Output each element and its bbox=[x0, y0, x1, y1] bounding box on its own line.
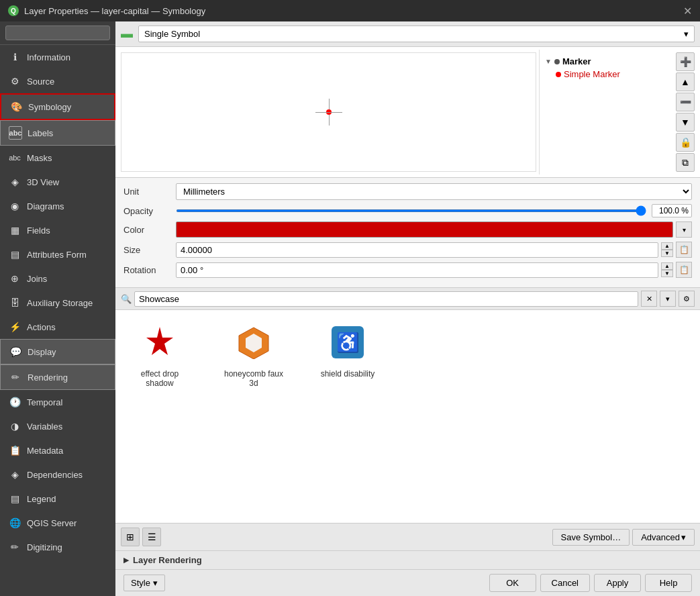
opacity-value-input[interactable]: 100.0 % bbox=[652, 204, 692, 217]
remove-layer-button[interactable]: ➖ bbox=[676, 93, 695, 111]
symbol-item-honeycomb[interactable]: honeycomb faux 3d bbox=[220, 321, 287, 388]
grid-view-button[interactable]: ⊞ bbox=[121, 528, 140, 546]
symbol-type-dropdown[interactable]: Single Symbol ▾ bbox=[138, 26, 695, 42]
sidebar-item-label: Legend bbox=[27, 494, 56, 504]
tree-item-simple-marker[interactable]: Simple Marker bbox=[545, 68, 668, 81]
cancel-button[interactable]: Cancel bbox=[540, 574, 590, 592]
list-view-button[interactable]: ☰ bbox=[142, 528, 161, 546]
size-up-button[interactable]: ▲ bbox=[661, 242, 673, 250]
title-bar: Q Layer Properties — layer-capital — Sym… bbox=[0, 0, 700, 21]
help-button[interactable]: Help bbox=[645, 574, 692, 592]
symbol-preview bbox=[121, 52, 536, 172]
rotation-up-button[interactable]: ▲ bbox=[661, 262, 673, 270]
sidebar-search-input[interactable] bbox=[5, 26, 110, 40]
symbol-item-effect-drop-shadow[interactable]: effect drop shadow bbox=[126, 321, 193, 388]
shield-icon: ♿ bbox=[332, 326, 364, 358]
footer: Style ▾ OK Cancel Apply Help bbox=[115, 569, 700, 596]
opacity-slider[interactable] bbox=[176, 209, 646, 212]
qgisserver-icon: 🌐 bbox=[8, 516, 21, 530]
sidebar-item-labels[interactable]: abc Labels bbox=[0, 120, 115, 146]
style-button[interactable]: Style ▾ bbox=[123, 575, 165, 591]
joins-icon: ⊕ bbox=[8, 272, 21, 285]
ok-button[interactable]: OK bbox=[489, 574, 536, 592]
sidebar-search-container bbox=[0, 21, 115, 45]
sidebar-item-symbology[interactable]: 🎨 Symbology bbox=[0, 93, 115, 120]
filter-clear-button[interactable]: ✕ bbox=[641, 291, 657, 307]
sidebar-item-fields[interactable]: ▦ Fields bbox=[0, 218, 115, 242]
color-button[interactable] bbox=[176, 221, 673, 238]
honeycomb-icon-container bbox=[232, 321, 275, 364]
filter-dropdown-button[interactable]: ▾ bbox=[660, 291, 676, 307]
duplicate-button[interactable]: ⧉ bbox=[676, 153, 695, 172]
masks-icon: abc bbox=[8, 151, 21, 164]
bottom-toolbar: ⊞ ☰ Save Symbol… Advanced ▾ bbox=[115, 523, 700, 550]
sidebar-item-rendering[interactable]: ✏ Rendering bbox=[0, 364, 115, 390]
filter-bar: 🔍 ✕ ▾ ⚙ bbox=[115, 288, 700, 310]
sidebar-item-legend[interactable]: ▤ Legend bbox=[0, 487, 115, 511]
sidebar-item-auxiliarystorage[interactable]: 🗄 Auxiliary Storage bbox=[0, 291, 115, 315]
style-label: Style bbox=[131, 578, 150, 588]
advanced-button[interactable]: Advanced ▾ bbox=[632, 529, 695, 546]
color-dropdown-button[interactable]: ▾ bbox=[676, 221, 692, 238]
symbol-type-indicator-icon: ▬ bbox=[121, 27, 133, 41]
filter-settings-button[interactable]: ⚙ bbox=[679, 291, 695, 307]
sidebar-item-display[interactable]: 💬 Display bbox=[0, 339, 115, 364]
sidebar-item-label: Source bbox=[27, 77, 54, 87]
sidebar-item-3dview[interactable]: ◈ 3D View bbox=[0, 170, 115, 194]
rotation-copy-button[interactable]: 📋 bbox=[676, 262, 692, 278]
sidebar-item-masks[interactable]: abc Masks bbox=[0, 146, 115, 170]
tree-simple-marker-label: Simple Marker bbox=[564, 69, 620, 79]
size-row: Size ▲ ▼ 📋 bbox=[123, 242, 692, 258]
sidebar-item-joins[interactable]: ⊕ Joins bbox=[0, 266, 115, 291]
sidebar-item-label: Digitizing bbox=[27, 542, 62, 552]
size-down-button[interactable]: ▼ bbox=[661, 250, 673, 257]
sidebar-item-metadata[interactable]: 📋 Metadata bbox=[0, 438, 115, 462]
add-layer-button[interactable]: ➕ bbox=[676, 52, 695, 71]
sidebar-item-dependencies[interactable]: ◈ Dependencies bbox=[0, 462, 115, 487]
app-icon: Q bbox=[8, 5, 19, 16]
size-input[interactable] bbox=[176, 242, 658, 258]
sidebar-item-variables[interactable]: ◑ Variables bbox=[0, 414, 115, 438]
size-copy-button[interactable]: 📋 bbox=[676, 242, 692, 258]
tree-expand-icon: ▼ bbox=[545, 58, 552, 65]
tree-marker-label: Marker bbox=[562, 56, 591, 66]
source-icon: ⚙ bbox=[8, 74, 21, 88]
sidebar-item-information[interactable]: ℹ Information bbox=[0, 45, 115, 69]
close-button[interactable]: ✕ bbox=[683, 5, 692, 17]
layer-rendering-expand-icon[interactable]: ▶ bbox=[123, 556, 129, 564]
starburst-icon bbox=[143, 326, 177, 359]
tree-item-marker[interactable]: ▼ Marker bbox=[545, 55, 668, 68]
svg-marker-0 bbox=[146, 327, 173, 355]
move-up-button[interactable]: ▲ bbox=[676, 72, 695, 91]
crosshair bbox=[315, 99, 342, 126]
sidebar-item-label: Metadata bbox=[27, 446, 63, 456]
actions-icon: ⚡ bbox=[8, 320, 21, 334]
sidebar-item-diagrams[interactable]: ◉ Diagrams bbox=[0, 194, 115, 218]
sidebar-item-label: Auxiliary Storage bbox=[27, 298, 93, 308]
sidebar-item-label: Diagrams bbox=[27, 201, 64, 211]
lock-button[interactable]: 🔒 bbox=[676, 133, 695, 152]
filter-input[interactable] bbox=[134, 291, 638, 307]
rotation-spinner: ▲ ▼ bbox=[661, 262, 673, 277]
move-down-button[interactable]: ▼ bbox=[676, 113, 695, 132]
sidebar-item-label: Display bbox=[28, 347, 56, 357]
sidebar-item-label: Masks bbox=[27, 153, 52, 163]
preview-dot bbox=[326, 109, 332, 115]
apply-button[interactable]: Apply bbox=[594, 574, 641, 592]
unit-select[interactable]: Millimeters bbox=[176, 183, 692, 200]
sidebar-item-label: Dependencies bbox=[27, 470, 83, 480]
rotation-input[interactable] bbox=[176, 262, 658, 278]
save-symbol-button[interactable]: Save Symbol… bbox=[552, 529, 630, 546]
symbol-item-shield-disability[interactable]: ♿ shield disability bbox=[314, 321, 381, 388]
sidebar-item-qgisserver[interactable]: 🌐 QGIS Server bbox=[0, 511, 115, 535]
rotation-down-button[interactable]: ▼ bbox=[661, 270, 673, 277]
sidebar-item-actions[interactable]: ⚡ Actions bbox=[0, 315, 115, 339]
sidebar-item-digitizing[interactable]: ✏ Digitizing bbox=[0, 535, 115, 559]
opacity-row: Opacity 100.0 % bbox=[123, 204, 692, 217]
sidebar-item-temporal[interactable]: 🕐 Temporal bbox=[0, 390, 115, 414]
sidebar-item-source[interactable]: ⚙ Source bbox=[0, 69, 115, 93]
sidebar-item-attributesform[interactable]: ▤ Attributes Form bbox=[0, 242, 115, 266]
properties-panel: Unit Millimeters Opacity 100.0 % Color bbox=[115, 178, 700, 288]
dependencies-icon: ◈ bbox=[8, 468, 21, 481]
search-icon: 🔍 bbox=[121, 294, 132, 304]
